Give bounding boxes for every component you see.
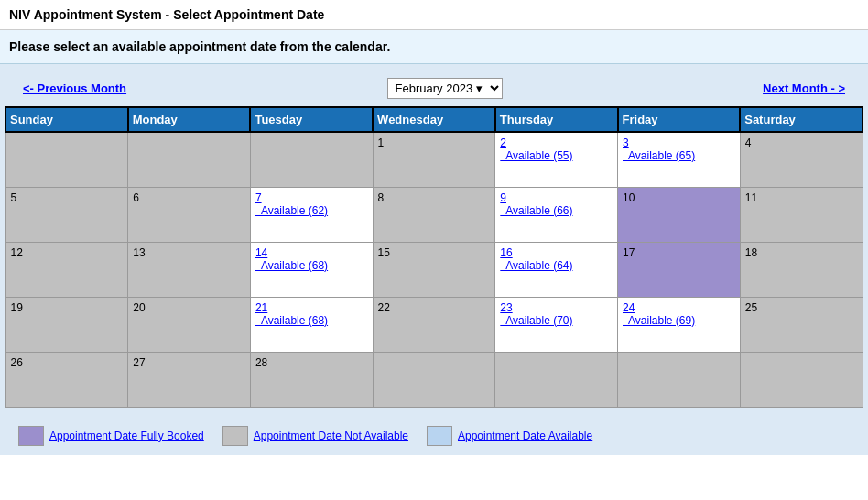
legend: Appointment Date Fully Booked Appointmen… (0, 417, 868, 455)
calendar-cell (740, 352, 863, 407)
availability-link[interactable]: Available (62) (255, 204, 328, 217)
header-thursday: Thursday (495, 107, 618, 132)
calendar-header: SundayMondayTuesdayWednesdayThursdayFrid… (5, 107, 863, 132)
day-link[interactable]: 21 (255, 301, 368, 314)
day-number: 11 (745, 191, 757, 204)
day-number: 17 (623, 246, 635, 259)
availability-link[interactable]: Available (64) (500, 259, 572, 272)
legend-unavailable-label[interactable]: Appointment Date Not Available (254, 429, 408, 442)
calendar-cell: 26 (5, 352, 128, 407)
day-number: 1 (378, 136, 385, 149)
availability-link[interactable]: Available (68) (255, 259, 328, 272)
page-title: NIV Appointment System - Select Appointm… (0, 0, 868, 30)
calendar-cell (618, 352, 741, 407)
day-number: 27 (133, 356, 145, 369)
calendar-cell: 19 (5, 297, 128, 352)
header-friday: Friday (618, 107, 741, 132)
day-number: 5 (11, 191, 17, 204)
calendar-cell (373, 352, 495, 407)
calendar-cell: 27 (128, 352, 251, 407)
calendar-cell: 18 (740, 242, 863, 297)
calendar-cell: 10 (618, 187, 741, 242)
legend-available-box (427, 426, 452, 446)
calendar-cell[interactable]: 14 Available (68) (250, 242, 373, 297)
header-monday: Monday (128, 107, 251, 132)
availability-link[interactable]: Available (65) (623, 149, 695, 162)
calendar-container: <- Previous Month February 2023 ▾ Next M… (0, 64, 868, 417)
legend-unavailable-item: Appointment Date Not Available (222, 426, 408, 446)
availability-link[interactable]: Available (55) (500, 149, 572, 162)
days-header-row: SundayMondayTuesdayWednesdayThursdayFrid… (5, 107, 863, 132)
day-link[interactable]: 24 (623, 301, 735, 314)
prev-month-link[interactable]: <- Previous Month (23, 82, 126, 95)
day-link[interactable]: 3 (623, 136, 735, 149)
calendar-cell: 5 (5, 187, 128, 242)
day-number: 15 (378, 246, 390, 259)
day-number: 6 (133, 191, 139, 204)
day-number: 22 (378, 301, 390, 314)
calendar-cell[interactable]: 3 Available (65) (618, 132, 741, 187)
calendar-week-row: 567 Available (62)89 Available (66)1011 (5, 187, 863, 242)
calendar-cell: 28 (250, 352, 373, 407)
day-link[interactable]: 14 (255, 246, 368, 259)
calendar-cell[interactable]: 21 Available (68) (250, 297, 373, 352)
day-link[interactable]: 16 (500, 246, 613, 259)
calendar-cell[interactable]: 24 Available (69) (618, 297, 741, 352)
day-number: 12 (11, 246, 23, 259)
next-month-link[interactable]: Next Month - > (763, 82, 845, 95)
calendar-nav: <- Previous Month February 2023 ▾ Next M… (5, 73, 863, 106)
legend-booked-label[interactable]: Appointment Date Fully Booked (49, 429, 204, 442)
day-number: 4 (745, 136, 752, 149)
legend-booked-box (18, 426, 44, 446)
day-link[interactable]: 9 (500, 191, 613, 204)
month-year-select[interactable]: February 2023 ▾ (387, 78, 503, 99)
calendar-cell[interactable]: 23 Available (70) (495, 297, 618, 352)
header-sunday: Sunday (5, 107, 128, 132)
header-wednesday: Wednesday (373, 107, 495, 132)
day-link[interactable]: 23 (500, 301, 613, 314)
calendar-cell: 8 (373, 187, 495, 242)
calendar-cell[interactable]: 16 Available (64) (495, 242, 618, 297)
calendar-cell: 15 (373, 242, 495, 297)
legend-booked-item: Appointment Date Fully Booked (18, 426, 204, 446)
availability-link[interactable]: Available (69) (623, 314, 695, 327)
calendar-cell (128, 132, 251, 187)
header-saturday: Saturday (740, 107, 863, 132)
calendar-cell: 13 (128, 242, 251, 297)
calendar-cell: 6 (128, 187, 251, 242)
availability-link[interactable]: Available (66) (500, 204, 572, 217)
calendar-cell: 1 (373, 132, 495, 187)
day-number: 19 (11, 301, 23, 314)
calendar-cell: 12 (5, 242, 128, 297)
day-number: 13 (133, 246, 145, 259)
day-number: 20 (133, 301, 145, 314)
calendar-cell: 25 (740, 297, 863, 352)
calendar-cell (250, 132, 373, 187)
calendar-week-row: 12 Available (55)3 Available (65)4 (5, 132, 863, 187)
calendar-week-row: 121314 Available (68)1516 Available (64)… (5, 242, 863, 297)
calendar-cell (5, 132, 128, 187)
day-number: 26 (11, 356, 23, 369)
calendar-week-row: 192021 Available (68)2223 Available (70)… (5, 297, 863, 352)
calendar-cell: 4 (740, 132, 863, 187)
legend-available-item: Appointment Date Available (427, 426, 592, 446)
calendar-cell[interactable]: 9 Available (66) (495, 187, 618, 242)
instruction-bar: Please select an available appointment d… (0, 30, 868, 64)
availability-link[interactable]: Available (68) (255, 314, 328, 327)
header-tuesday: Tuesday (250, 107, 373, 132)
availability-link[interactable]: Available (70) (500, 314, 572, 327)
day-number: 25 (745, 301, 757, 314)
day-link[interactable]: 2 (500, 136, 613, 149)
day-link[interactable]: 7 (255, 191, 368, 204)
legend-unavailable-box (222, 426, 248, 446)
day-number: 10 (623, 191, 635, 204)
day-number: 28 (255, 356, 267, 369)
calendar-cell[interactable]: 7 Available (62) (250, 187, 373, 242)
calendar-cell: 22 (373, 297, 495, 352)
calendar-table: SundayMondayTuesdayWednesdayThursdayFrid… (5, 106, 863, 408)
calendar-cell[interactable]: 2 Available (55) (495, 132, 618, 187)
calendar-cell: 20 (128, 297, 251, 352)
legend-available-label[interactable]: Appointment Date Available (458, 429, 592, 442)
day-number: 8 (378, 191, 385, 204)
calendar-cell (495, 352, 618, 407)
